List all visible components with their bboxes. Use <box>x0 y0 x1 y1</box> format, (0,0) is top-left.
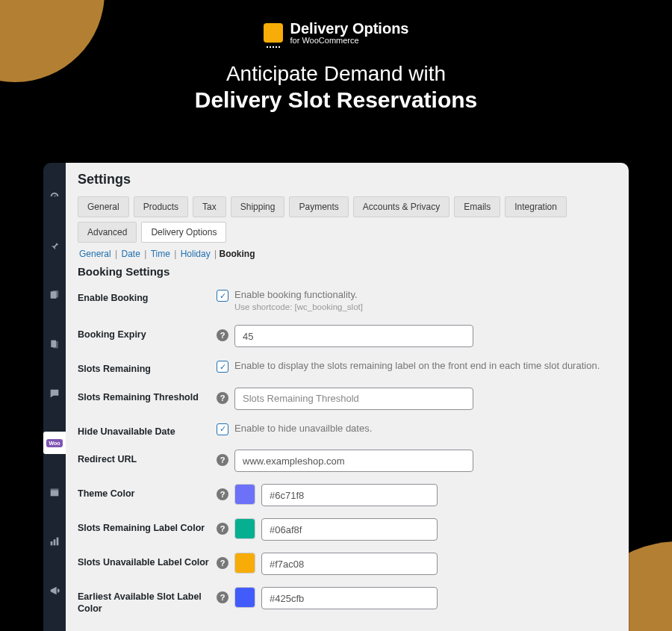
enable-booking-text: Enable booking functionality. <box>234 289 358 300</box>
tab-accounts[interactable]: Accounts & Privacy <box>353 196 449 217</box>
nav-marketing[interactable] <box>43 579 66 602</box>
redirect-input[interactable] <box>234 450 473 472</box>
remaining-color-swatch[interactable] <box>234 518 255 539</box>
earliest-color-label: Earliest Available Slot Label Color <box>78 587 217 615</box>
wp-admin-sidebar: Woo <box>43 163 66 631</box>
woo-icon: Woo <box>46 439 62 447</box>
settings-content: Settings General Products Tax Shipping P… <box>66 163 629 631</box>
delivery-subtabs: General | Date | Time | Holiday | Bookin… <box>78 249 617 259</box>
threshold-input[interactable] <box>234 388 473 410</box>
nav-pages[interactable] <box>43 333 66 355</box>
help-icon[interactable]: ? <box>217 488 228 500</box>
unavailable-color-label: Slots Unavailable Label Color <box>78 553 217 569</box>
slots-remaining-text: Enable to display the slots remaining la… <box>234 359 600 373</box>
nav-dashboard[interactable] <box>43 185 66 208</box>
subtab-time[interactable]: Time <box>151 249 170 259</box>
hide-unavailable-checkbox[interactable] <box>217 423 228 435</box>
booking-expiry-label: Booking Expiry <box>78 325 217 341</box>
nav-analytics[interactable] <box>43 530 66 553</box>
tab-integration[interactable]: Integration <box>505 196 567 217</box>
admin-panel: Woo Settings General Products Tax Shippi… <box>43 163 629 631</box>
earliest-color-input[interactable] <box>261 587 438 609</box>
threshold-label: Slots Remaining Threshold <box>78 388 217 404</box>
section-title: Booking Settings <box>78 265 617 278</box>
remaining-color-label: Slots Remaining Label Color <box>78 518 217 535</box>
subtab-holiday[interactable]: Holiday <box>181 249 211 259</box>
nav-woocommerce[interactable]: Woo <box>43 432 66 454</box>
tab-products[interactable]: Products <box>134 196 188 217</box>
headline-line2: Delivery Slot Reservations <box>0 87 672 113</box>
tab-shipping[interactable]: Shipping <box>231 196 285 217</box>
slots-remaining-checkbox[interactable] <box>217 361 228 373</box>
nav-comments[interactable] <box>43 382 66 405</box>
tab-general[interactable]: General <box>78 196 129 217</box>
package-icon <box>264 23 283 43</box>
tab-delivery-options[interactable]: Delivery Options <box>141 222 226 243</box>
help-icon[interactable]: ? <box>217 329 228 341</box>
help-icon[interactable]: ? <box>217 523 228 535</box>
help-icon[interactable]: ? <box>217 454 228 466</box>
svg-rect-5 <box>51 488 59 490</box>
tab-payments[interactable]: Payments <box>289 196 348 217</box>
enable-booking-checkbox[interactable] <box>217 290 228 302</box>
brand-logo: Delivery Options for WooCommerce <box>264 21 409 46</box>
subtab-date[interactable]: Date <box>122 249 140 259</box>
svg-rect-8 <box>57 538 59 546</box>
hide-unavailable-text: Enable to hide unavailble dates. <box>234 422 372 435</box>
nav-media[interactable] <box>43 284 66 306</box>
nav-pin[interactable] <box>43 234 66 257</box>
page-title: Settings <box>78 172 617 187</box>
booking-expiry-input[interactable] <box>234 325 473 347</box>
svg-rect-1 <box>52 290 58 297</box>
theme-color-swatch[interactable] <box>234 484 255 505</box>
redirect-label: Redirect URL <box>78 450 217 466</box>
headline-line1: Anticipate Demand with <box>226 62 446 85</box>
slots-remaining-label: Slots Remaining <box>78 359 217 376</box>
tab-emails[interactable]: Emails <box>454 196 500 217</box>
subtab-booking: Booking <box>220 249 255 259</box>
theme-color-label: Theme Color <box>78 484 217 500</box>
tab-advanced[interactable]: Advanced <box>78 222 137 243</box>
earliest-color-swatch[interactable] <box>234 587 255 608</box>
brand-title: Delivery Options <box>290 21 409 37</box>
brand-subtitle: for WooCommerce <box>290 37 409 46</box>
unavailable-color-swatch[interactable] <box>234 553 255 574</box>
help-icon[interactable]: ? <box>217 392 228 404</box>
help-icon[interactable]: ? <box>217 557 228 569</box>
svg-rect-6 <box>51 541 53 545</box>
tab-tax[interactable]: Tax <box>193 196 226 217</box>
nav-products[interactable] <box>43 481 66 503</box>
help-icon[interactable]: ? <box>217 591 228 603</box>
settings-tabs: General Products Tax Shipping Payments A… <box>78 196 617 243</box>
subtab-general[interactable]: General <box>79 249 111 259</box>
hide-unavailable-label: Hide Unavailable Date <box>78 422 217 438</box>
theme-color-input[interactable] <box>261 484 438 506</box>
svg-rect-7 <box>54 539 56 545</box>
svg-rect-4 <box>51 490 59 496</box>
svg-rect-3 <box>53 341 58 348</box>
enable-booking-subtext: Use shortcode: [wc_booking_slot] <box>234 302 363 314</box>
enable-booking-label: Enable Booking <box>78 288 217 305</box>
remaining-color-input[interactable] <box>261 518 438 541</box>
unavailable-color-input[interactable] <box>261 553 438 575</box>
